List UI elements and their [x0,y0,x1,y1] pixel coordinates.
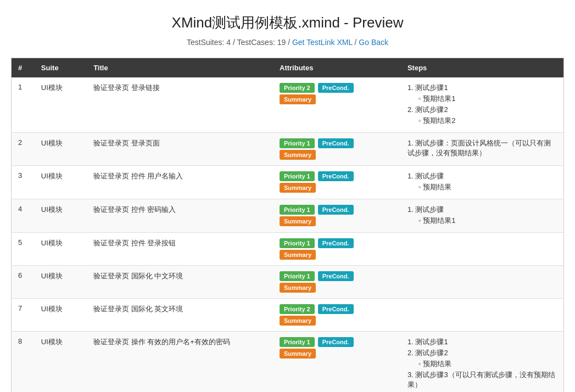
step-item: 测试步骤1 [407,337,557,347]
badge-precond: PreCond. [318,83,354,93]
col-header-attributes: Attributes [273,58,401,78]
cell-num: 2 [12,133,35,166]
badge-priority: Priority 1 [280,138,315,148]
test-cases-table: # Suite Title Attributes Steps 1UI模块验证登录… [11,58,564,392]
badge-summary: Summary [280,216,316,226]
step-item: 预期结果 [418,359,557,369]
badge-priority: Priority 2 [280,83,315,93]
cell-title: 验证登录页 国际化 中文环境 [87,266,273,299]
badge-summary: Summary [280,150,316,160]
table-row: 3UI模块验证登录页 控件 用户名输入Priority 1PreCond.Sum… [12,166,564,199]
badge-precond: PreCond. [318,238,354,248]
cell-suite: UI模块 [35,299,87,332]
cell-title: 验证登录页 控件 登录按钮 [87,233,273,266]
col-header-title: Title [87,58,273,78]
cell-suite: UI模块 [35,332,87,393]
col-header-suite: Suite [35,58,87,78]
step-item: 测试步骤 [407,171,557,181]
cell-attributes: Priority 2PreCond.Summary [273,299,401,332]
step-item: 预期结果1 [418,216,557,226]
cell-title: 验证登录页 控件 密码输入 [87,199,273,233]
cell-num: 7 [12,299,35,332]
step-item: 测试步骤2 [407,348,557,358]
cell-title: 验证登录页 登录链接 [87,77,273,133]
table-row: 8UI模块验证登录页 操作 有效的用户名+有效的密码Priority 1PreC… [12,332,564,393]
cell-title: 验证登录页 登录页面 [87,133,273,166]
page-meta: TestSuites: 4 / TestCases: 19 / Get Test… [11,38,564,47]
cell-title: 验证登录页 控件 用户名输入 [87,166,273,199]
step-item: 预期结果2 [418,116,557,126]
badge-summary: Summary [280,349,316,359]
cell-steps [401,266,564,299]
cell-attributes: Priority 1PreCond.Summary [273,133,401,166]
badge-priority: Priority 1 [280,271,315,281]
step-item: 预期结果1 [418,94,557,104]
table-row: 1UI模块验证登录页 登录链接Priority 2PreCond.Summary… [12,77,564,133]
badge-priority: Priority 1 [280,205,315,215]
page-header: XMind测试用例模板.xmind - Preview TestSuites: … [0,0,575,52]
get-testlink-xml-link[interactable]: Get TestLink XML [292,38,353,47]
cell-suite: UI模块 [35,199,87,233]
cell-title: 验证登录页 国际化 英文环境 [87,299,273,332]
badge-priority: Priority 1 [280,337,315,347]
table-header-row: # Suite Title Attributes Steps [12,58,564,78]
cell-num: 3 [12,166,35,199]
cell-steps [401,233,564,266]
badge-priority: Priority 1 [280,171,315,181]
table-row: 5UI模块验证登录页 控件 登录按钮Priority 1PreCond.Summ… [12,233,564,266]
badge-precond: PreCond. [318,304,354,314]
col-header-steps: Steps [401,58,564,78]
badge-summary: Summary [280,283,316,293]
table-row: 7UI模块验证登录页 国际化 英文环境Priority 2PreCond.Sum… [12,299,564,332]
cell-attributes: Priority 1PreCond.Summary [273,266,401,299]
cell-num: 5 [12,233,35,266]
cell-title: 验证登录页 操作 有效的用户名+有效的密码 [87,332,273,393]
badge-precond: PreCond. [318,271,354,281]
step-item: 测试步骤：页面设计风格统一（可以只有测试步骤，没有预期结果） [407,138,557,158]
cell-suite: UI模块 [35,266,87,299]
cell-steps: 测试步骤1测试步骤2预期结果测试步骤3（可以只有测试步骤，没有预期结果） [401,332,564,393]
badge-summary: Summary [280,183,316,193]
badge-summary: Summary [280,250,316,260]
table-row: 2UI模块验证登录页 登录页面Priority 1PreCond.Summary… [12,133,564,166]
cell-num: 1 [12,77,35,133]
badge-summary: Summary [280,94,316,104]
table-row: 4UI模块验证登录页 控件 密码输入Priority 1PreCond.Summ… [12,199,564,233]
cell-steps: 测试步骤预期结果1 [401,199,564,233]
cell-steps [401,299,564,332]
cell-attributes: Priority 2PreCond.Summary [273,77,401,133]
cell-attributes: Priority 1PreCond.Summary [273,332,401,393]
step-item: 测试步骤 [407,205,557,215]
cell-attributes: Priority 1PreCond.Summary [273,233,401,266]
cell-steps: 测试步骤1预期结果1测试步骤2预期结果2 [401,77,564,133]
cell-attributes: Priority 1PreCond.Summary [273,166,401,199]
badge-priority: Priority 2 [280,304,315,314]
step-item: 测试步骤2 [407,105,557,115]
badge-summary: Summary [280,316,316,326]
step-item: 测试步骤1 [407,83,557,93]
step-item: 预期结果 [418,182,557,192]
step-item: 测试步骤3（可以只有测试步骤，没有预期结果） [407,370,557,390]
table-wrap: # Suite Title Attributes Steps 1UI模块验证登录… [0,52,575,392]
cell-num: 8 [12,332,35,393]
cell-steps: 测试步骤：页面设计风格统一（可以只有测试步骤，没有预期结果） [401,133,564,166]
cell-suite: UI模块 [35,233,87,266]
cell-suite: UI模块 [35,133,87,166]
cell-suite: UI模块 [35,166,87,199]
cell-attributes: Priority 1PreCond.Summary [273,199,401,233]
cell-num: 4 [12,199,35,233]
badge-precond: PreCond. [318,171,354,181]
badge-precond: PreCond. [318,337,354,347]
col-header-num: # [12,58,35,78]
test-suites-count: TestSuites: 4 [187,38,231,47]
cell-steps: 测试步骤预期结果 [401,166,564,199]
cell-num: 6 [12,266,35,299]
go-back-link[interactable]: Go Back [359,38,388,47]
badge-precond: PreCond. [318,205,354,215]
badge-precond: PreCond. [318,138,354,148]
page-title: XMind测试用例模板.xmind - Preview [11,13,564,32]
cell-suite: UI模块 [35,77,87,133]
badge-priority: Priority 1 [280,238,315,248]
table-row: 6UI模块验证登录页 国际化 中文环境Priority 1PreCond.Sum… [12,266,564,299]
